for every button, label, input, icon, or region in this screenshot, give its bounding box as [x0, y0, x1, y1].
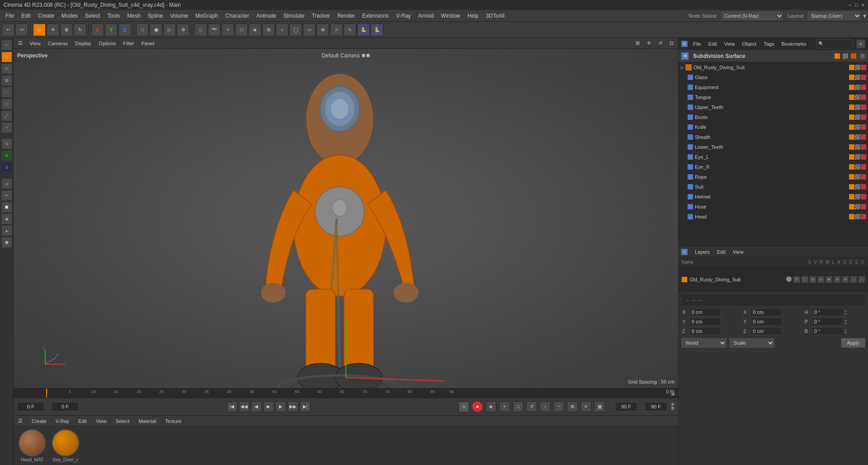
- layer-icon-exp[interactable]: →: [850, 276, 857, 283]
- sidebar-icon-obj[interactable]: □: [1, 87, 12, 98]
- menu-edit[interactable]: Edit: [18, 12, 34, 20]
- object-btn[interactable]: □: [136, 24, 149, 36]
- layer-icon-motion[interactable]: ⊞: [809, 276, 816, 283]
- menu-simulate[interactable]: Simulate: [280, 12, 308, 20]
- menu-mesh[interactable]: Mesh: [123, 12, 144, 20]
- max-frame-field[interactable]: [645, 402, 667, 411]
- minimize-btn[interactable]: −: [848, 2, 851, 8]
- menu-help[interactable]: Help: [464, 12, 482, 20]
- vp-icon1[interactable]: ⊞: [634, 40, 642, 47]
- obj-row-eye-l[interactable]: Eye_L: [679, 152, 868, 162]
- b-field[interactable]: [812, 327, 844, 335]
- sidebar-icon-edge[interactable]: ╱: [1, 110, 12, 121]
- layer-icon-render[interactable]: ⬡: [801, 276, 808, 283]
- maxframe-down-btn[interactable]: ▼: [671, 407, 675, 410]
- vp-options-btn[interactable]: Options: [97, 40, 118, 47]
- undo-btn[interactable]: ↩: [2, 24, 14, 36]
- mat-create-btn[interactable]: Create: [30, 418, 48, 424]
- sidebar-icon-misc2[interactable]: ⬣: [1, 237, 12, 248]
- mesh-tools-btn[interactable]: ⬡: [235, 24, 248, 36]
- menu-mograph[interactable]: MoGraph: [192, 12, 222, 20]
- first-frame-btn[interactable]: |◀: [226, 401, 237, 412]
- material-slot-1[interactable]: Sea_Diver_c: [50, 429, 81, 462]
- sweep-btn[interactable]: ⊃: [330, 24, 343, 36]
- vp-display-btn[interactable]: Display: [73, 40, 93, 47]
- om-object-btn[interactable]: Object: [740, 41, 758, 47]
- last-frame-btn[interactable]: ▶|: [300, 401, 311, 412]
- loop-btn[interactable]: ↺: [526, 401, 537, 412]
- frame-down-btn[interactable]: ▼: [671, 393, 675, 396]
- menu-file[interactable]: File: [2, 12, 18, 20]
- play-btn[interactable]: ▶: [263, 401, 274, 412]
- timeline-btn2[interactable]: ▦: [594, 401, 605, 412]
- om-view-btn[interactable]: View: [722, 41, 737, 47]
- h-spinner[interactable]: ▲ ▼: [844, 308, 852, 316]
- layer-icon-eye[interactable]: 👁: [793, 276, 800, 283]
- key-btn[interactable]: ◈: [486, 401, 496, 412]
- sidebar-icon-brush[interactable]: 🔲: [1, 202, 12, 213]
- python2-btn[interactable]: 🐍: [371, 24, 383, 36]
- sidebar-icon-poly[interactable]: ⬡: [1, 99, 12, 109]
- layers-layers-btn[interactable]: Layers: [693, 249, 712, 255]
- vp-view-btn[interactable]: View: [28, 40, 42, 47]
- sidebar-icon-sculpt[interactable]: ◉: [1, 214, 12, 224]
- layer-icon-anim[interactable]: ▶: [826, 276, 833, 283]
- motion-btn[interactable]: ~: [553, 401, 564, 412]
- redo-btn[interactable]: ↪: [15, 24, 28, 36]
- start-frame-field[interactable]: [17, 402, 44, 411]
- mograph-btn[interactable]: ⊞: [262, 24, 275, 36]
- mat-menu-icon[interactable]: ☰: [16, 418, 24, 424]
- del-key-btn[interactable]: □: [513, 401, 524, 412]
- p-field[interactable]: [812, 318, 844, 326]
- b-spinner[interactable]: ▲ ▼: [844, 327, 852, 335]
- render-settings-btn[interactable]: ⚙: [177, 24, 189, 36]
- obj-row-suit[interactable]: Suit: [679, 182, 868, 192]
- z-pos-field[interactable]: [689, 327, 721, 335]
- prev-frame-btn[interactable]: ◀: [251, 401, 262, 412]
- spline-btn[interactable]: ∿: [344, 24, 356, 36]
- axis-z-btn[interactable]: Z: [118, 24, 131, 36]
- menu-modes[interactable]: Modes: [58, 12, 81, 20]
- sidebar-icon-arrow[interactable]: ↖: [1, 40, 12, 51]
- scale-btn[interactable]: ⊠: [60, 24, 73, 36]
- viewport-3d[interactable]: Perspective Default Camera ✱✱ Grid Spaci…: [14, 49, 678, 388]
- maximize-btn[interactable]: □: [855, 2, 858, 8]
- scale-select[interactable]: Scale Size: [729, 338, 774, 348]
- obj-row-upper-teeth[interactable]: Upper_Teeth: [679, 102, 868, 112]
- bounce-btn[interactable]: ↕: [540, 401, 551, 412]
- obj-row-hose[interactable]: Hose: [679, 202, 868, 212]
- vp-cameras-btn[interactable]: Cameras: [46, 40, 70, 47]
- window-controls[interactable]: − □ ×: [848, 2, 864, 8]
- sidebar-icon-point[interactable]: •: [1, 122, 12, 133]
- light-btn[interactable]: ☼: [276, 24, 288, 36]
- z-rot-field[interactable]: [750, 327, 782, 335]
- sidebar-icon-move[interactable]: ✛: [1, 52, 12, 62]
- current-frame-field[interactable]: [52, 402, 79, 411]
- obj-row-boots[interactable]: Boots: [679, 112, 868, 122]
- menu-spline[interactable]: Spline: [144, 12, 166, 20]
- render-btn[interactable]: ▷: [163, 24, 176, 36]
- vp-filter-btn[interactable]: Filter: [121, 40, 136, 47]
- obj-row-head[interactable]: Head: [679, 212, 868, 222]
- menu-select[interactable]: Select: [81, 12, 104, 20]
- deformer-btn[interactable]: ◈: [249, 24, 261, 36]
- om-edit-btn[interactable]: Edit: [707, 41, 719, 47]
- h-field[interactable]: [812, 308, 844, 316]
- menu-create[interactable]: Create: [34, 12, 58, 20]
- move-btn[interactable]: ✛: [47, 24, 59, 36]
- obj-row-glass[interactable]: Glass: [679, 72, 868, 82]
- obj-row-helmet[interactable]: Helmet: [679, 192, 868, 202]
- vp-icon2[interactable]: ✛: [645, 40, 653, 47]
- mat-material-btn[interactable]: Material: [137, 418, 158, 424]
- next-key-btn[interactable]: ▶▶: [288, 401, 298, 412]
- end-frame-field[interactable]: [615, 402, 637, 411]
- mat-view-btn[interactable]: View: [94, 418, 108, 424]
- sidebar-icon-knife[interactable]: ✂: [1, 190, 12, 201]
- om-file-btn[interactable]: File: [691, 41, 703, 47]
- select-model-btn[interactable]: ◎: [33, 24, 46, 36]
- vp-icon4[interactable]: ⊡: [668, 40, 675, 47]
- subdivision-surface-header[interactable]: ⊞ Subdivision Surface ×: [679, 50, 868, 62]
- x-pos-field[interactable]: [689, 308, 721, 316]
- vp-panel-btn[interactable]: Panel: [140, 40, 156, 47]
- render-view-btn[interactable]: ▣: [150, 24, 162, 36]
